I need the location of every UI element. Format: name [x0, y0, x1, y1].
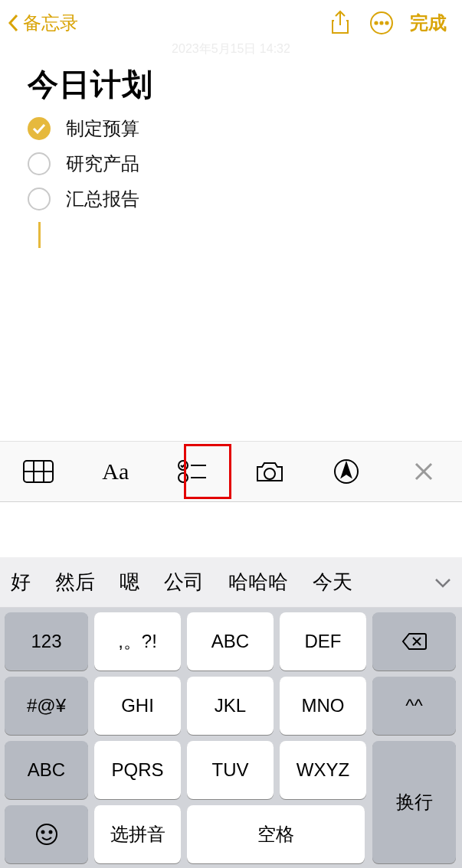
key-123[interactable]: 123	[5, 612, 88, 671]
share-button[interactable]	[319, 6, 361, 40]
back-button[interactable]: 备忘录	[8, 11, 78, 35]
svg-point-20	[41, 831, 44, 834]
key-jkl[interactable]: JKL	[187, 677, 274, 735]
checklist-row: 制定预算	[28, 116, 434, 141]
svg-point-19	[37, 824, 57, 844]
markup-button[interactable]	[308, 442, 385, 501]
candidate[interactable]: 好	[11, 569, 31, 596]
checklist-text[interactable]: 研究产品	[66, 152, 139, 176]
key-return[interactable]: 换行	[372, 741, 456, 863]
format-toolbar: Aa	[0, 441, 462, 502]
camera-button[interactable]	[231, 442, 309, 501]
note-body[interactable]: 今日计划 制定预算研究产品汇总报告	[0, 57, 462, 248]
svg-point-3	[380, 21, 382, 24]
key-punct[interactable]: ,。?!	[94, 612, 181, 671]
close-icon	[414, 462, 434, 481]
text-cursor	[38, 222, 41, 248]
done-button[interactable]: 完成	[402, 11, 454, 35]
candidate[interactable]: 今天	[313, 569, 352, 596]
key-face[interactable]: ^^	[372, 677, 456, 735]
share-icon	[329, 10, 351, 36]
checklist-bullet[interactable]	[28, 152, 51, 175]
key-backspace[interactable]	[372, 612, 456, 671]
candidate-bar: 好 然后 嗯 公司 哈哈哈 今天	[0, 557, 462, 608]
key-mno[interactable]: MNO	[280, 677, 366, 735]
more-button[interactable]	[361, 6, 402, 40]
svg-point-11	[179, 473, 188, 482]
back-label: 备忘录	[23, 11, 78, 35]
more-icon	[369, 11, 394, 35]
svg-point-2	[375, 21, 377, 24]
key-mode-abc[interactable]: ABC	[5, 741, 88, 799]
candidate[interactable]: 哈哈哈	[228, 569, 288, 596]
candidate[interactable]: 然后	[55, 569, 95, 596]
emoji-icon	[35, 823, 58, 846]
checklist-row: 汇总报告	[28, 187, 434, 211]
key-emoji[interactable]	[5, 805, 88, 863]
checklist-bullet[interactable]	[28, 117, 51, 140]
chevron-down-icon	[434, 578, 451, 589]
markup-icon	[333, 458, 359, 485]
keyboard: 好 然后 嗯 公司 哈哈哈 今天 123 ,。?! ABC DEF #@¥ GH…	[0, 557, 462, 868]
backspace-icon	[401, 632, 428, 651]
checklist-button[interactable]	[154, 442, 231, 501]
key-def[interactable]: DEF	[280, 612, 366, 671]
note-date: 2023年5月15日 14:32	[0, 41, 462, 57]
candidate[interactable]: 公司	[164, 569, 204, 596]
key-tuv[interactable]: TUV	[187, 741, 274, 799]
camera-icon	[254, 459, 285, 484]
svg-point-13	[264, 468, 275, 479]
checklist-text[interactable]: 制定预算	[66, 116, 139, 141]
key-ghi[interactable]: GHI	[94, 677, 181, 735]
svg-point-21	[49, 831, 51, 834]
key-wxyz[interactable]: WXYZ	[280, 741, 366, 799]
note-title: 今日计划	[28, 64, 434, 106]
key-pinyin[interactable]: 选拼音	[94, 805, 181, 863]
close-keyboard-button[interactable]	[385, 442, 463, 501]
candidate[interactable]: 嗯	[120, 569, 139, 596]
chevron-left-icon	[8, 14, 18, 32]
key-space[interactable]: 空格	[187, 805, 365, 863]
svg-point-4	[385, 21, 388, 24]
checklist-text[interactable]: 汇总报告	[66, 187, 139, 211]
expand-candidates[interactable]	[434, 570, 451, 594]
key-pqrs[interactable]: PQRS	[94, 741, 181, 799]
checklist-row: 研究产品	[28, 152, 434, 176]
checklist-bullet[interactable]	[28, 188, 51, 210]
key-abc1[interactable]: ABC	[187, 612, 274, 671]
checklist-icon	[177, 459, 208, 484]
table-button[interactable]	[0, 442, 77, 501]
table-icon	[23, 460, 54, 483]
key-symbols[interactable]: #@¥	[5, 677, 88, 735]
text-format-button[interactable]: Aa	[77, 442, 155, 501]
